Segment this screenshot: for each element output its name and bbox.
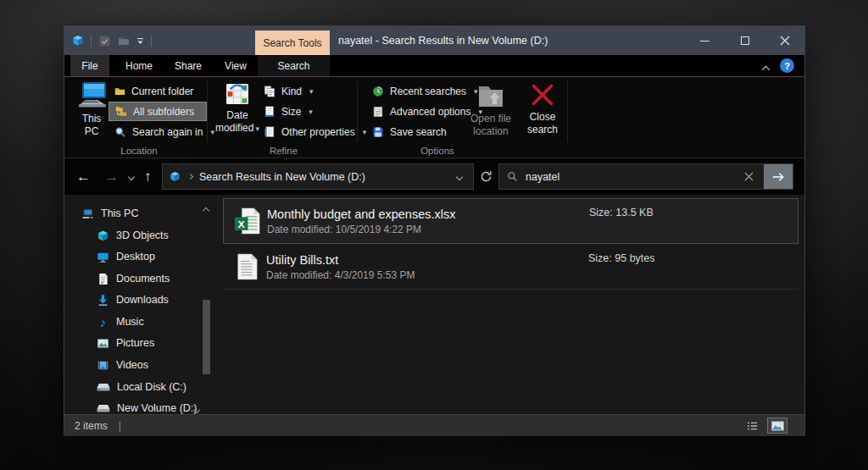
sidebar-item-downloads[interactable]: Downloads	[97, 290, 169, 310]
sidebar-item-pictures[interactable]: Pictures	[97, 333, 154, 353]
size-icon	[264, 106, 275, 118]
search-icon	[507, 171, 518, 182]
forward-button[interactable]: →	[104, 158, 119, 195]
sidebar-scroll-down[interactable]	[194, 401, 199, 416]
all-subfolders-button[interactable]: All subfolders	[108, 102, 207, 121]
current-folder-icon	[114, 86, 125, 97]
sidebar-item-3d-objects[interactable]: 3D Objects	[97, 225, 169, 246]
tab-view[interactable]: View	[215, 55, 256, 76]
recent-locations-button[interactable]	[129, 158, 134, 195]
music-note-icon: ♪	[97, 315, 109, 329]
file-row-excel[interactable]: X Monthly budget and expenses.xlsx Date …	[223, 198, 798, 244]
location-cube-icon	[170, 171, 181, 182]
group-separator	[567, 81, 568, 142]
kind-icon	[264, 86, 275, 97]
file-date-modified: Date modified: 10/5/2019 4:22 PM	[267, 224, 455, 235]
tab-home[interactable]: Home	[117, 55, 161, 76]
kind-button[interactable]: Kind ▾	[258, 81, 355, 101]
search-again-in-button[interactable]: Search again in ▾	[108, 122, 207, 141]
back-button[interactable]: ←	[76, 158, 91, 195]
pictures-icon	[97, 337, 109, 350]
tab-file[interactable]: File	[70, 55, 109, 76]
excel-file-icon: X	[231, 207, 264, 235]
sidebar-item-local-disk-c[interactable]: Local Disk (C:)	[97, 377, 186, 397]
open-file-location-icon	[476, 81, 506, 110]
sidebar-item-new-volume-d[interactable]: New Volume (D:)	[97, 398, 197, 418]
close-search-button[interactable]: Close search	[520, 80, 565, 136]
cube-3d-icon	[97, 229, 109, 242]
help-button[interactable]: ?	[780, 58, 794, 73]
new-folder-icon[interactable]	[118, 36, 130, 47]
tab-share[interactable]: Share	[166, 55, 210, 76]
sidebar-item-desktop[interactable]: Desktop	[97, 246, 155, 267]
customize-toolbar-icon[interactable]	[136, 37, 144, 45]
items-count: 2 items	[75, 420, 108, 432]
current-folder-button[interactable]: Current folder	[108, 81, 207, 101]
advanced-options-icon	[372, 106, 384, 118]
title-bar: Search Tools nayatel - Search Results in…	[64, 26, 804, 55]
collapse-ribbon-button[interactable]	[763, 61, 769, 76]
sidebar-item-documents[interactable]: Documents	[97, 268, 170, 289]
file-date-modified: Date modified: 4/3/2019 5:53 PM	[266, 269, 415, 281]
file-size: Size: 13.5 KB	[589, 207, 654, 218]
pc-icon	[81, 207, 94, 220]
chevron-up-icon	[203, 207, 209, 214]
maximize-button[interactable]	[725, 26, 765, 55]
refresh-button[interactable]	[480, 158, 492, 195]
tab-search[interactable]: Search	[258, 55, 330, 76]
file-row-text[interactable]: Utility Bills.txt Date modified: 4/3/201…	[223, 245, 798, 290]
help-icon: ?	[784, 61, 790, 71]
advanced-options-button[interactable]: Advanced options ▾	[366, 102, 466, 121]
search-again-icon	[114, 126, 126, 138]
search-go-button[interactable]	[764, 164, 793, 189]
this-pc-button[interactable]: This PC	[73, 80, 110, 138]
toolbar-separator	[151, 35, 152, 47]
properties-check-icon[interactable]	[98, 35, 111, 47]
address-dropdown-icon[interactable]	[456, 173, 463, 180]
open-file-location-button[interactable]: Open file location	[465, 80, 517, 138]
maximize-icon	[741, 36, 749, 45]
search-box	[498, 163, 793, 190]
sidebar-item-videos[interactable]: Videos	[97, 355, 148, 375]
sidebar-scroll-up[interactable]	[203, 202, 209, 217]
close-button[interactable]	[765, 26, 804, 55]
sidebar-scrollbar-thumb[interactable]	[203, 300, 210, 374]
chevron-down-icon: ▾	[309, 108, 313, 116]
details-view-button[interactable]	[742, 417, 762, 434]
this-pc-icon	[75, 81, 108, 110]
save-search-button[interactable]: Save search	[366, 122, 466, 141]
window-title: nayatel - Search Results in New Volume (…	[338, 26, 548, 55]
minimize-button[interactable]	[685, 26, 725, 55]
size-button[interactable]: Size ▾	[258, 102, 355, 121]
documents-icon	[97, 273, 109, 285]
explorer-cube-icon[interactable]	[72, 35, 84, 47]
back-icon: ←	[76, 169, 91, 185]
drive-icon	[97, 382, 110, 393]
recent-searches-button[interactable]: Recent searches ▾	[366, 81, 466, 101]
sidebar-item-this-pc[interactable]: This PC	[81, 203, 138, 224]
ribbon: This PC Current folder All subfolders	[64, 77, 804, 158]
sidebar-item-music[interactable]: ♪ Music	[97, 312, 144, 332]
file-name: Monthly budget and expenses.xlsx	[267, 207, 455, 221]
all-subfolders-icon	[115, 106, 127, 117]
close-search-icon	[530, 81, 555, 108]
status-divider: |	[119, 420, 121, 432]
breadcrumb-path[interactable]: Search Results in New Volume (D:)	[199, 171, 457, 183]
main-content: This PC 3D Objects Desktop Documents Dow…	[64, 195, 804, 414]
group-separator	[207, 81, 208, 142]
date-modified-button[interactable]: Date modified▾	[214, 80, 261, 135]
text-file-icon	[231, 253, 263, 280]
thumbnails-view-button[interactable]	[767, 417, 787, 434]
ribbon-tab-bar: File Home Share View Search ?	[64, 55, 804, 77]
go-arrow-icon	[772, 172, 785, 182]
search-input[interactable]	[526, 171, 744, 183]
up-button[interactable]: ↑	[144, 158, 152, 195]
clear-search-icon[interactable]	[744, 172, 754, 181]
refresh-icon	[480, 170, 492, 183]
other-properties-button[interactable]: Other properties ▾	[258, 122, 355, 141]
address-bar-row: ← → ↑ Search Results in New Volume (D:)	[64, 158, 804, 195]
group-label-location: Location	[71, 146, 207, 156]
search-tools-contextual-tab[interactable]: Search Tools	[255, 30, 330, 55]
date-modified-icon	[225, 81, 250, 107]
address-box[interactable]: Search Results in New Volume (D:)	[162, 163, 474, 190]
